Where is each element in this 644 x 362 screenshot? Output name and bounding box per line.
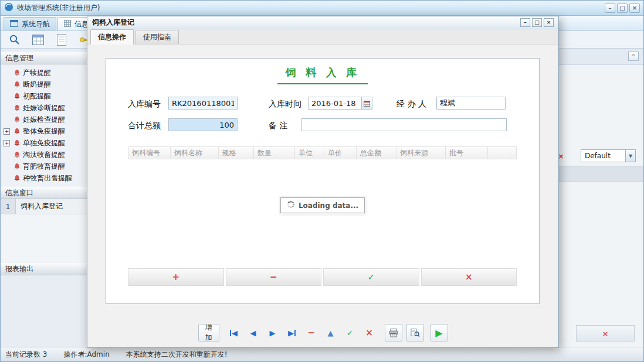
- alarm-icon: [13, 128, 21, 135]
- next-record-button[interactable]: ▶: [264, 324, 282, 341]
- alarm-icon: [13, 163, 21, 170]
- report-output-area: [1, 275, 88, 347]
- default-dropdown[interactable]: Default ▼: [581, 149, 636, 162]
- grid-remove-button[interactable]: −: [226, 268, 322, 286]
- print-preview-icon[interactable]: [406, 324, 424, 341]
- calendar-icon[interactable]: [362, 97, 372, 110]
- info-window-list: 1 饲料入库登记: [1, 199, 88, 262]
- dialog-window-controls: – □ ×: [520, 18, 554, 27]
- alarm-icon: [13, 93, 21, 100]
- collapse-panel-icon[interactable]: ^: [628, 52, 639, 61]
- dialog-maximize-button[interactable]: □: [532, 18, 542, 27]
- grid-confirm-button[interactable]: ✓: [323, 268, 419, 286]
- minimize-button[interactable]: –: [605, 4, 615, 13]
- dialog-close-button[interactable]: ×: [544, 18, 554, 27]
- dialog-minimize-button[interactable]: –: [520, 18, 530, 27]
- storage-no-label: 入库编号: [128, 99, 161, 110]
- tree-expander-icon[interactable]: +: [4, 128, 10, 135]
- remark-label: 备 注: [269, 121, 287, 131]
- grid-header-unit-price[interactable]: 单价: [324, 147, 357, 159]
- first-record-button[interactable]: ◀: [225, 324, 243, 341]
- grid-header-spec[interactable]: 规格: [219, 147, 254, 159]
- tree-item-cull-livestock[interactable]: 淘汰牧畜提醒: [4, 149, 88, 160]
- handler-label: 经 办 人: [396, 99, 426, 110]
- section-report-output[interactable]: 报表输出: [1, 262, 88, 275]
- last-bar-icon: [294, 330, 296, 336]
- grid-cancel-button[interactable]: ×: [421, 268, 517, 286]
- storage-no-input[interactable]: [168, 97, 238, 110]
- edit-record-button[interactable]: ▲: [322, 324, 340, 341]
- grid-add-button[interactable]: +: [128, 268, 224, 286]
- grid-header-feed-no[interactable]: 饲料编号: [128, 147, 171, 159]
- table-icon[interactable]: [31, 33, 45, 47]
- status-bar: 当前记录数 3 操作者:Admin 本系统支持二次开发和重新开发!: [1, 347, 643, 361]
- window-icon: [10, 20, 18, 29]
- last-record-button[interactable]: ▶: [283, 324, 301, 341]
- info-window-row[interactable]: 1 饲料入库登记: [1, 199, 88, 214]
- storage-time-input[interactable]: [308, 97, 362, 110]
- grid-header-feed-source[interactable]: 饲料来源: [396, 147, 446, 159]
- cancel-record-button[interactable]: ×: [361, 324, 378, 341]
- tree-item-weaning[interactable]: 断奶提醒: [4, 78, 88, 90]
- tree-item-first-breeding[interactable]: 初配提醒: [4, 90, 88, 102]
- maximize-button[interactable]: □: [617, 4, 628, 13]
- tree-item-label: 妊娠检查提醒: [23, 115, 65, 125]
- dialog-content: 饲 料 入 库 入库编号 入库时间 经 办 人 合计总额 备 注 饲料编号 饲料…: [87, 45, 558, 347]
- row-label: 饲料入库登记: [16, 199, 88, 214]
- grid-header-feed-name[interactable]: 饲料名称: [171, 147, 219, 159]
- section-info-window[interactable]: 信息窗口: [1, 186, 88, 199]
- save-record-button[interactable]: ✓: [341, 324, 359, 341]
- tree-item-label: 种牧畜出售提醒: [23, 173, 72, 183]
- tree-item-fattening-livestock[interactable]: 育肥牧畜提醒: [4, 160, 88, 172]
- add-record-button[interactable]: 增加: [198, 324, 219, 341]
- remark-input[interactable]: [301, 118, 507, 131]
- tab-info-operation[interactable]: 信息操作: [90, 29, 134, 45]
- grid-header-total[interactable]: 总金额: [357, 147, 396, 159]
- window-controls: – □ ×: [605, 4, 640, 13]
- print-icon[interactable]: [385, 324, 402, 341]
- tab-system-nav[interactable]: 系统导航: [4, 17, 56, 30]
- dropdown-value: Default: [581, 152, 625, 160]
- tree-item-overall-immunization[interactable]: +整体免疫提醒: [4, 125, 88, 137]
- prev-record-button[interactable]: ◀: [245, 324, 262, 341]
- delete-record-button[interactable]: −: [303, 324, 320, 341]
- run-report-icon[interactable]: ▶: [431, 324, 448, 341]
- background-cancel-button[interactable]: ×: [576, 325, 635, 341]
- grid-header-unit[interactable]: 单位: [295, 147, 324, 159]
- section-info-management[interactable]: 信息管理: [1, 52, 88, 64]
- tab-usage-guide[interactable]: 使用指南: [135, 30, 179, 44]
- tree-item-label: 产犊提醒: [23, 68, 51, 78]
- app-title: 牧场管理系统(非注册用户): [17, 3, 100, 13]
- status-operator: 操作者:Admin: [63, 350, 109, 360]
- storage-time-label: 入库时间: [269, 99, 301, 110]
- storage-time-field: [308, 97, 372, 110]
- close-button[interactable]: ×: [629, 4, 640, 13]
- alarm-icon: [13, 69, 21, 76]
- search-icon[interactable]: [8, 33, 22, 47]
- grid-header-quantity[interactable]: 数量: [254, 147, 295, 159]
- dialog-tab-bar: 信息操作 使用指南: [87, 29, 558, 45]
- form-panel: 饲 料 入 库 入库编号 入库时间 经 办 人 合计总额 备 注 饲料编号 饲料…: [106, 58, 540, 304]
- total-input[interactable]: [168, 118, 238, 131]
- grid-header-filler: [488, 147, 516, 159]
- tree-item-label: 单独免疫提醒: [23, 138, 65, 148]
- tree-item-calving[interactable]: 产犊提醒: [4, 67, 88, 78]
- tree-item-individual-immunization[interactable]: +单独免疫提醒: [4, 137, 88, 149]
- tree-item-pregnancy-diagnosis[interactable]: 妊娠诊断提醒: [4, 102, 88, 114]
- alarm-icon: [13, 81, 21, 88]
- alarm-icon: [13, 116, 21, 123]
- grid-header-batch-no[interactable]: 批号: [446, 147, 488, 159]
- tab-label: 系统导航: [22, 19, 50, 29]
- chevron-down-icon[interactable]: ▼: [625, 150, 635, 162]
- form-title: 饲 料 入 库: [106, 66, 539, 84]
- dialog-toolbar: 增加 ◀ ◀ ▶ ▶ − ▲ ✓ × ▶: [198, 324, 448, 341]
- feed-storage-dialog: 饲料入库登记 – □ × 信息操作 使用指南 饲 料 入 库 入库编号 入库时间: [87, 16, 559, 348]
- handler-input[interactable]: [436, 97, 506, 110]
- tree-item-pregnancy-check[interactable]: 妊娠检查提醒: [4, 114, 88, 125]
- document-icon[interactable]: [55, 33, 69, 47]
- grid-action-buttons: + − ✓ ×: [128, 268, 517, 286]
- grid-icon: [64, 20, 71, 29]
- tree-item-label: 初配提醒: [23, 91, 51, 101]
- tree-item-breeding-sale[interactable]: 种牧畜出售提醒: [4, 172, 88, 184]
- tree-expander-icon[interactable]: +: [4, 140, 10, 146]
